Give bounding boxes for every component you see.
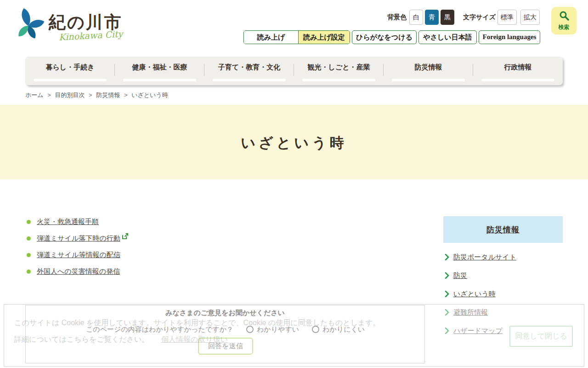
cookie-banner: このサイトは Cookie を使用しています。サイトを利用することで、Cooki… [4, 304, 584, 367]
nav-item-kosodate[interactable]: 子育て・教育・文化 [204, 57, 294, 85]
chevron-right-icon [445, 272, 449, 279]
nav-item-kenko[interactable]: 健康・福祉・医療 [115, 57, 204, 85]
breadcrumb-current: いざという時 [131, 92, 168, 98]
title-banner: いざという時 [0, 105, 588, 179]
page-title: いざという時 [0, 133, 588, 153]
nav-label: 行政情報 [504, 63, 532, 72]
search-button-label: 検索 [551, 23, 577, 31]
cookie-privacy-link[interactable]: 個人情報の取り扱い [161, 335, 228, 343]
nav-underline [392, 79, 465, 81]
cookie-message: このサイトは Cookie を使用しています。サイトを利用することで、Cooki… [14, 318, 380, 328]
bullet-icon [27, 236, 31, 241]
external-link-icon [122, 233, 129, 240]
bg-black-button[interactable]: 黒 [441, 10, 454, 25]
breadcrumb-bosai[interactable]: 防災情報 [96, 92, 120, 98]
foreign-languages-button[interactable]: Foreign languages [479, 30, 540, 44]
nav-label: 子育て・教育・文化 [218, 63, 280, 72]
breadcrumb-home[interactable]: ホーム [25, 92, 44, 98]
cookie-agree-button[interactable]: 同意して閉じる [509, 326, 573, 347]
bullet-icon [27, 270, 31, 274]
city-logo-icon[interactable] [9, 6, 46, 42]
main-navigation: 暮らし・手続き 健康・福祉・医療 子育て・教育・文化 観光・しごと・産業 防災情… [25, 57, 563, 85]
readaloud-button[interactable]: 読み上げ [244, 31, 298, 44]
list-item: 弾道ミサイル等情報の配信 [27, 247, 129, 262]
link-missile-action[interactable]: 弾道ミサイル落下時の行動 [37, 234, 120, 243]
search-button[interactable]: 検索 [551, 7, 577, 34]
sidebar-link-izatoiu[interactable]: いざという時 [453, 290, 496, 299]
cookie-detail-text: 詳細についてはこちらをご覧ください。 [14, 335, 149, 343]
page: 紀の川市 Kinokawa City 背景色 白 青 黒 文字サイズ 標準 拡大… [0, 0, 588, 368]
list-item: 防災ポータルサイト [445, 250, 563, 264]
nav-label: 健康・福祉・医療 [132, 63, 187, 72]
link-missile-info[interactable]: 弾道ミサイル等情報の配信 [37, 251, 120, 259]
sidebar-title: 防災情報 [486, 224, 520, 235]
readaloud-settings-button[interactable]: 読み上げ設定 [298, 31, 350, 44]
nav-underline [213, 79, 286, 81]
nav-item-bosai[interactable]: 防災情報 [384, 57, 473, 85]
nav-label: 防災情報 [415, 63, 442, 72]
list-item: 外国人への災害情報の発信 [27, 264, 129, 279]
nav-item-kanko[interactable]: 観光・しごと・産業 [294, 57, 384, 85]
bullet-icon [27, 253, 31, 257]
list-item: いざという時 [445, 287, 563, 301]
content-link-list: 火災・救急通報手順 弾道ミサイル落下時の行動 弾道ミサイル等情報の配信 外国人へ… [27, 214, 129, 281]
font-size-label: 文字サイズ [463, 10, 496, 25]
nav-underline [34, 79, 107, 81]
sidebar-link-bosai[interactable]: 防災 [453, 271, 467, 280]
link-fire-emergency[interactable]: 火災・救急通報手順 [37, 218, 99, 226]
breadcrumb-index[interactable]: 目的別目次 [55, 92, 85, 98]
breadcrumb-separator: > [47, 92, 51, 98]
chevron-right-icon [445, 254, 449, 260]
link-foreigner-info[interactable]: 外国人への災害情報の発信 [37, 267, 120, 276]
nav-label: 観光・しごと・産業 [307, 63, 370, 72]
sidebar-link-portal[interactable]: 防災ポータルサイト [453, 253, 516, 262]
hiragana-button[interactable]: ひらがなをつける [352, 30, 417, 44]
nav-underline [481, 79, 555, 81]
font-standard-button[interactable]: 標準 [498, 10, 517, 25]
nav-item-kurashi[interactable]: 暮らし・手続き [25, 57, 115, 85]
nav-underline [302, 79, 376, 81]
breadcrumb-separator: > [89, 92, 92, 98]
font-large-button[interactable]: 拡大 [520, 10, 540, 25]
bg-blue-button[interactable]: 青 [425, 10, 439, 25]
sidebar-header[interactable]: 防災情報 [443, 216, 563, 243]
list-item: 火災・救急通報手順 [27, 214, 129, 229]
cookie-banner-content: このサイトは Cookie を使用しています。サイトを利用することで、Cooki… [4, 305, 584, 366]
nav-label: 暮らし・手続き [45, 63, 94, 72]
list-item: 防災 [445, 269, 563, 282]
nav-item-gyosei[interactable]: 行政情報 [473, 57, 563, 85]
list-item: 弾道ミサイル落下時の行動 [27, 231, 129, 246]
bullet-icon [27, 220, 31, 224]
nav-underline [123, 79, 197, 81]
cookie-detail-row: 詳細についてはこちらをご覧ください。 個人情報の取り扱い [14, 335, 228, 345]
readaloud-group: 読み上げ 読み上げ設定 [243, 30, 350, 44]
easy-japanese-button[interactable]: やさしい日本語 [418, 30, 477, 44]
breadcrumb: ホーム > 目的別目次 > 防災情報 > いざという時 [25, 91, 168, 99]
bg-white-button[interactable]: 白 [409, 10, 423, 25]
search-icon [559, 10, 570, 21]
breadcrumb-separator: > [124, 92, 128, 98]
bg-color-label: 背景色 [387, 10, 407, 25]
chevron-right-icon [445, 291, 449, 297]
